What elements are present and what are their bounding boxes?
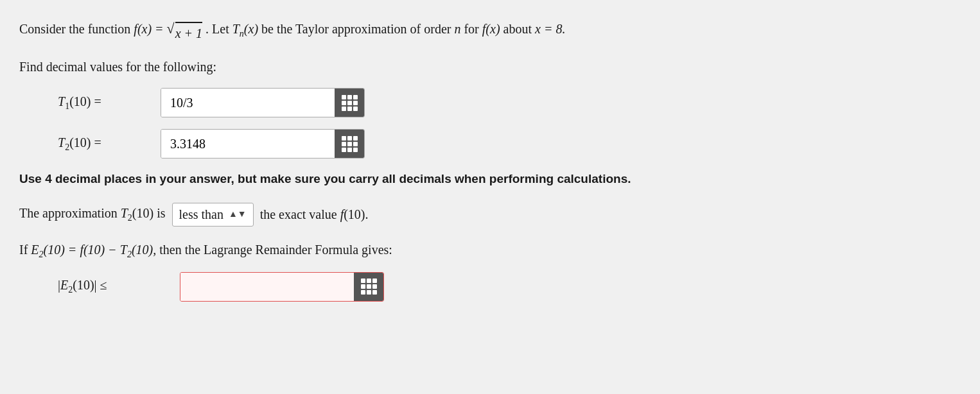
t2-input-wrapper: [161, 129, 365, 158]
approx-prefix: The approximation T2(10) is: [19, 206, 166, 223]
chevron-down-icon: ▲▼: [229, 209, 247, 219]
sqrt-expression: √ x + 1: [167, 22, 202, 43]
lagrange-suffix: then the Lagrange Remainder Formula give…: [159, 243, 392, 257]
grid-dot: [342, 101, 346, 105]
grid-dot: [347, 95, 352, 99]
comparison-dropdown[interactable]: less than ▲▼: [172, 203, 254, 227]
find-label: Find decimal values for the following:: [19, 57, 961, 76]
intro-paragraph: Consider the function f(x) = √ x + 1 . L…: [19, 19, 961, 43]
grid-dot: [342, 107, 346, 111]
taylor-notation: Tn(x): [232, 22, 261, 36]
error-equation: E2(10) = f(10) − T2(10),: [31, 243, 159, 257]
grid-dot: [353, 142, 358, 146]
intro-text-middle: . Let: [206, 22, 232, 36]
grid-dot: [353, 95, 358, 99]
grid-dot: [372, 278, 377, 283]
bold-note: Use 4 decimal places in your answer, but…: [19, 170, 961, 189]
grid-icon: [361, 278, 377, 295]
intro-text-about: about: [503, 22, 535, 36]
fx-notation: f(x): [482, 22, 500, 36]
intro-text-for: for: [464, 22, 482, 36]
t2-row: T2(10) =: [58, 129, 961, 158]
t2-grid-button[interactable]: [335, 130, 364, 158]
n-variable: n: [454, 22, 460, 36]
t1-input-wrapper: [161, 88, 365, 117]
grid-dot: [342, 142, 346, 146]
if-prefix: If: [19, 243, 31, 257]
grid-dot: [361, 290, 365, 295]
grid-dot: [367, 284, 371, 289]
t1-row: T1(10) =: [58, 88, 961, 117]
e2-label: |E2(10)| ≤: [58, 278, 180, 295]
e2-input-wrapper: [180, 272, 384, 302]
grid-dot: [342, 136, 346, 141]
lagrange-row: If E2(10) = f(10) − T2(10), then the Lag…: [19, 239, 961, 262]
grid-dot: [347, 107, 352, 111]
grid-dot: [367, 278, 371, 283]
grid-dot: [353, 136, 358, 141]
dropdown-value: less than: [179, 207, 223, 222]
t1-grid-button[interactable]: [335, 89, 364, 117]
grid-dot: [367, 290, 371, 295]
x-value: x = 8.: [535, 22, 565, 36]
grid-dot: [353, 148, 358, 152]
function-notation: f(x) = √ x + 1: [134, 22, 206, 36]
grid-dot: [372, 290, 377, 295]
grid-dot: [347, 136, 352, 141]
grid-dot: [361, 278, 365, 283]
intro-text-prefix: Consider the function: [19, 22, 134, 36]
e2-input[interactable]: [180, 273, 354, 301]
grid-dot: [372, 284, 377, 289]
t2-label: T2(10) =: [58, 135, 161, 153]
e2-grid-button[interactable]: [354, 273, 383, 301]
grid-icon: [342, 95, 358, 111]
grid-dot: [361, 284, 365, 289]
t1-label: T1(10) =: [58, 94, 161, 112]
intro-text-cont: be the Taylor approximation of order: [261, 22, 454, 36]
grid-dot: [347, 142, 352, 146]
approx-row: The approximation T2(10) is less than ▲▼…: [19, 203, 961, 227]
e2-row: |E2(10)| ≤: [58, 272, 961, 302]
t1-input[interactable]: [161, 89, 335, 117]
grid-dot: [353, 101, 358, 105]
grid-dot: [342, 95, 346, 99]
t2-input[interactable]: [161, 130, 335, 158]
grid-icon: [342, 136, 358, 152]
grid-dot: [347, 101, 352, 105]
grid-dot: [347, 148, 352, 152]
grid-dot: [342, 148, 346, 152]
grid-dot: [353, 107, 358, 111]
approx-suffix: the exact value f(10).: [260, 207, 369, 222]
